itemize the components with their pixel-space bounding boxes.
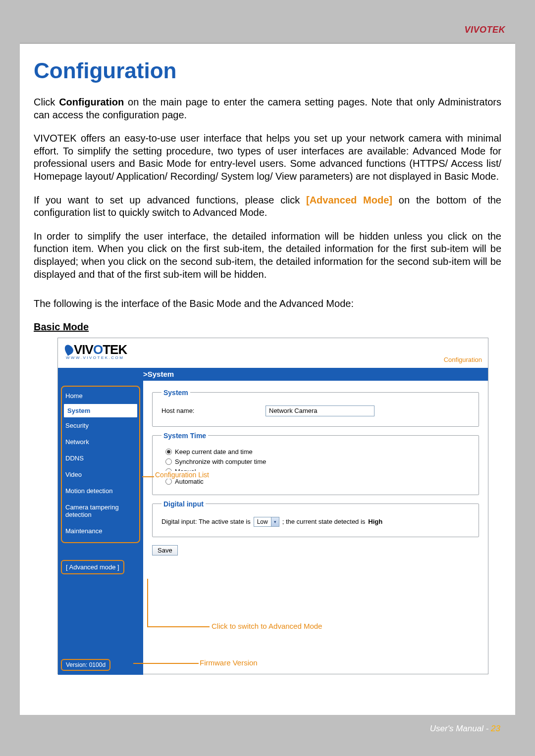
fieldset-system: System Host name: — [152, 389, 479, 427]
connector-line — [147, 626, 210, 627]
screenshot-body: Home System Security Network DDNS Video … — [58, 381, 488, 675]
opt-automatic[interactable]: Automatic — [165, 478, 472, 485]
header-strip: VIVOTEK — [20, 15, 515, 44]
select-value: Low — [254, 518, 271, 525]
di-active-state-select[interactable]: Low ▾ — [254, 517, 279, 527]
footer-text: User's Manual - — [430, 724, 491, 733]
opt-keep-current[interactable]: Keep current date and time — [165, 448, 472, 455]
legend-system-time: System Time — [161, 432, 208, 440]
radio-icon — [165, 458, 172, 465]
advanced-mode-button[interactable]: [ Advanced mode ] — [61, 560, 124, 574]
hostname-input[interactable] — [266, 405, 374, 416]
sidebar-item-video[interactable]: Video — [64, 466, 137, 483]
opt-label: Keep current date and time — [175, 448, 253, 455]
paragraph-4: In order to simplify the user interface,… — [34, 230, 501, 281]
opt-manual[interactable]: Manual — [165, 468, 472, 475]
firmware-version-badge: Version: 0100d — [61, 659, 110, 671]
connector-line — [133, 663, 199, 664]
opt-label: Synchronize with computer time — [175, 458, 266, 465]
sidebar-item-system[interactable]: System — [64, 404, 137, 417]
subheading-basic-mode: Basic Mode — [34, 321, 501, 333]
configuration-link[interactable]: Configuration — [444, 356, 482, 363]
page: VIVOTEK Configuration Click Configuratio… — [0, 0, 535, 756]
fieldset-digital-input: Digital input Digital input: The active … — [152, 500, 479, 537]
legend-system: System — [161, 389, 190, 397]
opt-label: Automatic — [175, 478, 204, 485]
radio-icon — [165, 478, 172, 485]
sidebar-item-motion[interactable]: Motion detection — [64, 483, 137, 499]
connector-line — [147, 579, 148, 626]
page-number: 23 — [491, 724, 500, 733]
opt-sync-computer[interactable]: Synchronize with computer time — [165, 458, 472, 465]
screenshot-header: VIVOTEK WWW.VIVOTEK.COM Configuration — [58, 338, 488, 368]
di-text-b: ; the current state detected is — [282, 518, 366, 525]
document-sheet: VIVOTEK Configuration Click Configuratio… — [20, 15, 515, 743]
chevron-down-icon: ▾ — [271, 517, 279, 526]
save-button[interactable]: Save — [152, 545, 178, 555]
paragraph-3: If you want to set up advanced functions… — [34, 194, 501, 219]
sidebar-item-tamper[interactable]: Camera tampering detection — [64, 499, 137, 523]
ui-screenshot: VIVOTEK WWW.VIVOTEK.COM Configuration >S… — [57, 338, 488, 674]
di-state-value: High — [368, 518, 382, 525]
di-text-a: Digital input: The active state is — [161, 518, 251, 525]
sidebar-item-network[interactable]: Network — [64, 434, 137, 450]
content: Configuration Click Configuration on the… — [20, 44, 515, 674]
sidebar-item-security[interactable]: Security — [64, 417, 137, 434]
paragraph-2: VIVOTEK offers an easy-to-use user inter… — [34, 132, 501, 183]
page-title: Configuration — [34, 58, 501, 83]
brand-label: VIVOTEK — [464, 25, 505, 35]
paragraph-1: Click Configuration on the main page to … — [34, 96, 501, 121]
connector-line — [142, 476, 154, 477]
logo-subtext: WWW.VIVOTEK.COM — [66, 355, 488, 360]
sidebar-item-home[interactable]: Home — [64, 388, 137, 404]
radio-icon — [165, 449, 172, 455]
annot-config-list: Configuration List — [154, 471, 210, 479]
legend-digital-input: Digital input — [161, 500, 206, 508]
sidebar-item-maintenance[interactable]: Maintenance — [64, 523, 137, 539]
logo-drop-icon — [63, 343, 75, 355]
section-bar-system: >System — [58, 368, 488, 381]
annot-firmware-version: Firmware Version — [200, 658, 258, 667]
nav-group: Home System Security Network DDNS Video … — [61, 386, 140, 543]
hostname-label: Host name: — [161, 407, 261, 414]
paragraph-5: The following is the interface of the Ba… — [34, 298, 501, 310]
sidebar: Home System Security Network DDNS Video … — [58, 381, 143, 675]
header-rule — [20, 43, 515, 44]
footer: User's Manual - 23 — [430, 724, 500, 734]
annot-switch-advanced: Click to switch to Advanced Mode — [212, 622, 322, 630]
fieldset-system-time: System Time Keep current date and time S… — [152, 432, 479, 495]
sidebar-item-ddns[interactable]: DDNS — [64, 450, 137, 466]
main-panel: System Host name: System Time Keep curre… — [143, 381, 488, 675]
